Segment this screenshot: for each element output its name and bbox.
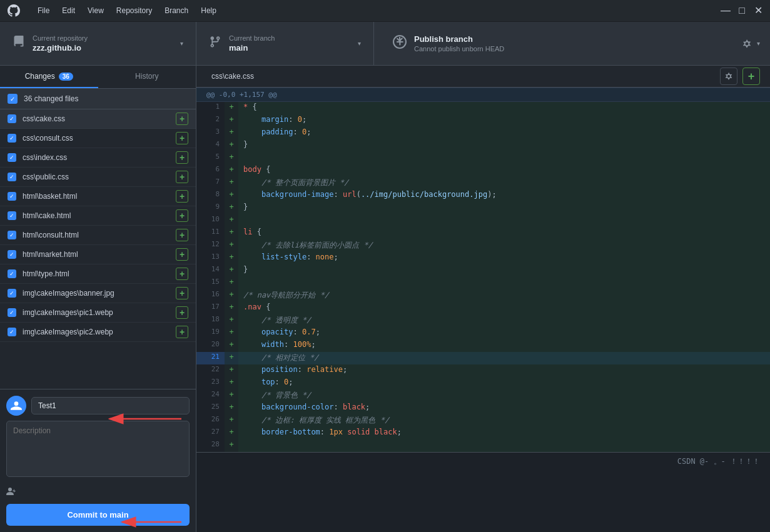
diff-marker: + bbox=[225, 364, 238, 377]
menu-edit[interactable]: Edit bbox=[57, 4, 80, 18]
csdn-text: CSDN @- 。- ！！！！ bbox=[677, 456, 760, 467]
branch-icon bbox=[209, 36, 221, 51]
line-number: 20 bbox=[196, 339, 225, 352]
file-item[interactable]: ✓ html\consult.html + bbox=[0, 226, 196, 245]
commit-area: Commit to main bbox=[0, 389, 196, 532]
diff-content: opacity: 0.7; bbox=[238, 327, 770, 339]
add-coauthor-button[interactable] bbox=[6, 484, 190, 499]
file-item[interactable]: ✓ html\cake.html + bbox=[0, 206, 196, 226]
file-item[interactable]: ✓ css\index.css + bbox=[0, 148, 196, 168]
diff-marker: + bbox=[225, 327, 238, 339]
line-number: 17 bbox=[196, 302, 225, 314]
line-number: 5 bbox=[196, 152, 225, 164]
minimize-button[interactable]: ― bbox=[721, 6, 730, 15]
commit-button[interactable]: Commit to main bbox=[6, 504, 190, 526]
menu-bar: File Edit View Repository Branch Help bbox=[33, 4, 709, 18]
commit-description-textarea[interactable] bbox=[6, 421, 190, 477]
diff-marker: + bbox=[225, 414, 238, 427]
file-item[interactable]: ✓ img\cakeImages\banner.jpg + bbox=[0, 284, 196, 303]
file-add-icon: + bbox=[176, 209, 188, 222]
window-controls: ― □ ✕ bbox=[721, 6, 762, 15]
diff-line: 16 + /* nav导航部分开始 */ bbox=[196, 289, 770, 302]
line-number: 11 bbox=[196, 227, 225, 239]
menu-view[interactable]: View bbox=[83, 4, 109, 18]
diff-content: /* 边框: 框厚度 实线 框为黑色 */ bbox=[238, 414, 770, 427]
select-all-checkbox[interactable]: ✓ bbox=[8, 94, 18, 104]
file-item[interactable]: ✓ css\cake.css + bbox=[0, 109, 196, 129]
file-checkbox[interactable]: ✓ bbox=[8, 114, 16, 123]
commit-title-input[interactable] bbox=[31, 397, 190, 414]
file-name: html\consult.html bbox=[23, 231, 176, 239]
diff-content: } bbox=[238, 139, 770, 152]
current-repository-button[interactable]: Current repository zzz.github.io ▾ bbox=[0, 22, 196, 65]
diff-marker: + bbox=[225, 214, 238, 227]
file-checkbox[interactable]: ✓ bbox=[8, 134, 16, 143]
diff-marker: + bbox=[225, 102, 238, 114]
menu-help[interactable]: Help bbox=[196, 4, 221, 18]
diff-content: list-style: none; bbox=[238, 252, 770, 264]
diff-content: li { bbox=[238, 227, 770, 239]
diff-line: 4 + } bbox=[196, 139, 770, 152]
repo-label: Current repository bbox=[33, 34, 88, 42]
file-item[interactable]: ✓ css\consult.css + bbox=[0, 129, 196, 148]
branch-label: Current branch bbox=[229, 34, 275, 42]
file-name: img\cakeImages\banner.jpg bbox=[23, 289, 176, 298]
file-item[interactable]: ✓ img\cakeImages\pic1.webp + bbox=[0, 303, 196, 323]
tab-history[interactable]: History bbox=[98, 66, 196, 88]
file-count-label: 36 changed files bbox=[24, 94, 78, 103]
diff-content: width: 100%; bbox=[238, 339, 770, 352]
line-number: 25 bbox=[196, 402, 225, 414]
file-list: ✓ css\cake.css + ✓ css\consult.css + ✓ c… bbox=[0, 109, 196, 389]
file-name: html\market.html bbox=[23, 250, 176, 259]
diff-marker: + bbox=[225, 127, 238, 139]
file-item[interactable]: ✓ img\cakeImages\pic2.webp + bbox=[0, 323, 196, 342]
line-number: 1 bbox=[196, 102, 225, 114]
diff-marker: + bbox=[225, 227, 238, 239]
file-checkbox[interactable]: ✓ bbox=[8, 173, 16, 181]
current-branch-button[interactable]: Current branch main ▾ bbox=[196, 22, 374, 65]
line-number: 7 bbox=[196, 177, 225, 189]
diff-marker: + bbox=[225, 277, 238, 289]
diff-content: body { bbox=[238, 164, 770, 177]
line-number: 3 bbox=[196, 127, 225, 139]
file-name: img\cakeImages\pic1.webp bbox=[23, 308, 176, 317]
diff-line: 12 + /* 去除li标签前面的小圆点 */ bbox=[196, 239, 770, 252]
menu-repository[interactable]: Repository bbox=[111, 4, 157, 18]
commit-title-row bbox=[6, 396, 190, 416]
publish-label: Publish branch bbox=[414, 34, 504, 44]
publish-branch-button[interactable]: Publish branch Cannot publish unborn HEA… bbox=[374, 22, 732, 65]
file-checkbox[interactable]: ✓ bbox=[8, 269, 16, 278]
file-checkbox[interactable]: ✓ bbox=[8, 153, 16, 162]
diff-line: 10 + bbox=[196, 214, 770, 227]
file-tab: css\cake.css bbox=[206, 69, 259, 83]
file-item[interactable]: ✓ html\market.html + bbox=[0, 245, 196, 264]
file-checkbox[interactable]: ✓ bbox=[8, 250, 16, 259]
add-tab-button[interactable]: + bbox=[742, 68, 760, 85]
menu-file[interactable]: File bbox=[33, 4, 54, 18]
settings-tab-button[interactable] bbox=[720, 68, 737, 85]
close-button[interactable]: ✕ bbox=[754, 6, 762, 15]
diff-marker: + bbox=[225, 152, 238, 164]
file-item[interactable]: ✓ html\type.html + bbox=[0, 264, 196, 284]
file-item[interactable]: ✓ css\public.css + bbox=[0, 168, 196, 187]
file-checkbox[interactable]: ✓ bbox=[8, 192, 16, 201]
repo-chevron-icon: ▾ bbox=[180, 40, 183, 47]
diff-content: /* 透明度 */ bbox=[238, 314, 770, 327]
tab-changes[interactable]: Changes 36 bbox=[0, 66, 98, 88]
maximize-button[interactable]: □ bbox=[737, 6, 746, 15]
repo-name: zzz.github.io bbox=[33, 43, 88, 53]
file-checkbox[interactable]: ✓ bbox=[8, 211, 16, 220]
menu-branch[interactable]: Branch bbox=[160, 4, 193, 18]
file-checkbox[interactable]: ✓ bbox=[8, 231, 16, 239]
file-checkbox[interactable]: ✓ bbox=[8, 308, 16, 317]
file-name: html\basket.html bbox=[23, 192, 176, 201]
file-item[interactable]: ✓ html\basket.html + bbox=[0, 187, 196, 206]
file-checkbox[interactable]: ✓ bbox=[8, 289, 16, 298]
settings-button[interactable]: ▾ bbox=[732, 22, 770, 65]
diff-line: 8 + background-image: url(../img/public/… bbox=[196, 189, 770, 202]
diff-content: * { bbox=[238, 102, 770, 114]
gear-icon bbox=[742, 39, 752, 49]
diff-line: 18 + /* 透明度 */ bbox=[196, 314, 770, 327]
file-checkbox[interactable]: ✓ bbox=[8, 328, 16, 336]
diff-view[interactable]: @@ -0,0 +1,157 @@ 1 + * { 2 + margin: 0;… bbox=[196, 88, 770, 532]
